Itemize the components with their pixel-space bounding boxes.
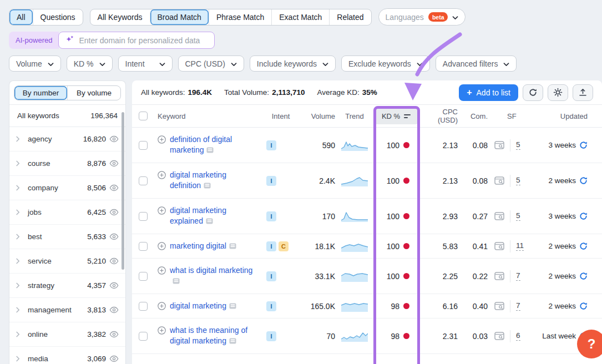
filter-cpc-usd[interactable]: CPC (USD)	[178, 55, 244, 72]
sidebar-scrollbar-thumb[interactable]	[122, 112, 124, 270]
tab-broad-match[interactable]: Broad Match	[150, 9, 209, 25]
sidebar-tab-by-number[interactable]: By number	[14, 86, 67, 100]
keyword-link[interactable]: marketing digital	[170, 241, 236, 252]
sf-count[interactable]: 7	[516, 271, 520, 281]
add-keyword-icon[interactable]	[158, 326, 166, 335]
sidebar-item-management[interactable]: management3,813	[9, 298, 125, 322]
serp-icon[interactable]	[229, 241, 236, 252]
sidebar-item-strategy[interactable]: strategy4,357	[9, 274, 125, 298]
row-checkbox[interactable]	[139, 272, 148, 281]
chevron-right-icon[interactable]	[16, 160, 24, 166]
add-keyword-icon[interactable]	[158, 171, 166, 179]
add-keyword-icon[interactable]	[158, 266, 166, 275]
keyword-link[interactable]: digital marketing explained	[170, 205, 255, 227]
eye-icon[interactable]	[109, 160, 119, 167]
keyword-link[interactable]: definition of digital marketing	[170, 134, 255, 156]
add-keyword-icon[interactable]	[158, 242, 166, 250]
row-checkbox[interactable]	[139, 176, 148, 185]
row-checkbox[interactable]	[139, 212, 148, 221]
refresh-icon[interactable]	[579, 272, 588, 280]
filter-include-keywords[interactable]: Include keywords	[250, 55, 336, 72]
sidebar-item-online[interactable]: online3,382	[9, 322, 125, 347]
filter-advanced-filters[interactable]: Advanced filters	[436, 55, 517, 72]
chevron-right-icon[interactable]	[16, 258, 24, 264]
sidebar-item-company[interactable]: company8,506	[9, 176, 125, 200]
tab-all-keywords[interactable]: All Keywords	[90, 9, 150, 25]
serp-preview-icon[interactable]	[494, 176, 504, 185]
filter-kd[interactable]: KD %	[67, 55, 113, 72]
eye-icon[interactable]	[109, 209, 119, 216]
row-checkbox[interactable]	[139, 242, 148, 251]
eye-icon[interactable]	[109, 233, 119, 240]
serp-preview-icon[interactable]	[494, 212, 504, 220]
tab-questions[interactable]: Questions	[33, 9, 83, 25]
sidebar-item-agency[interactable]: agency16,820	[9, 127, 125, 151]
sf-count[interactable]: 7	[516, 301, 520, 311]
eye-icon[interactable]	[109, 355, 119, 362]
serp-preview-icon[interactable]	[494, 272, 504, 280]
sf-count[interactable]: 5	[516, 211, 520, 221]
col-keyword[interactable]: Keyword	[152, 112, 263, 120]
row-checkbox[interactable]	[139, 141, 148, 150]
add-keyword-icon[interactable]	[158, 135, 166, 144]
col-volume[interactable]: Volume	[299, 112, 337, 120]
sidebar-item-course[interactable]: course8,876	[9, 151, 125, 176]
col-sf[interactable]: SF	[490, 112, 532, 120]
refresh-icon[interactable]	[579, 176, 588, 185]
chevron-right-icon[interactable]	[16, 356, 24, 362]
serp-icon[interactable]	[173, 276, 180, 287]
col-cpc[interactable]: CPC (USD)	[421, 108, 459, 124]
all-keywords-row[interactable]: All keywords 196,364	[9, 105, 125, 127]
sidebar-item-best[interactable]: best5,633	[9, 225, 125, 249]
keyword-link[interactable]: digital marketing definition	[170, 170, 255, 191]
help-button[interactable]: ?	[577, 330, 602, 358]
sf-count[interactable]: 6	[516, 331, 520, 341]
eye-icon[interactable]	[109, 282, 119, 289]
tab-exact-match[interactable]: Exact Match	[271, 9, 329, 25]
filter-intent[interactable]: Intent	[118, 55, 173, 72]
chevron-right-icon[interactable]	[16, 282, 24, 289]
serp-icon[interactable]	[229, 336, 236, 347]
refresh-icon[interactable]	[579, 242, 588, 250]
add-keyword-icon[interactable]	[158, 206, 166, 215]
sf-count[interactable]: 5	[516, 176, 520, 185]
serp-preview-icon[interactable]	[494, 141, 504, 149]
col-kd-sort[interactable]: KD %	[375, 108, 418, 124]
refresh-icon[interactable]	[579, 141, 588, 149]
serp-preview-icon[interactable]	[494, 302, 504, 310]
keyword-link[interactable]: digital marketing	[170, 301, 236, 312]
chevron-right-icon[interactable]	[16, 307, 24, 313]
sidebar-item-jobs[interactable]: jobs6,425	[9, 200, 125, 225]
chevron-right-icon[interactable]	[16, 136, 24, 142]
eye-icon[interactable]	[109, 306, 119, 314]
serp-preview-icon[interactable]	[494, 332, 504, 340]
keyword-link[interactable]: what is the meaning of digital marketing	[170, 325, 255, 347]
serp-icon[interactable]	[229, 301, 236, 312]
chevron-right-icon[interactable]	[16, 209, 24, 215]
domain-input[interactable]	[79, 36, 208, 45]
filter-exclude-keywords[interactable]: Exclude keywords	[341, 55, 430, 72]
refresh-button[interactable]	[523, 84, 543, 101]
chevron-right-icon[interactable]	[16, 185, 24, 191]
chevron-right-icon[interactable]	[16, 234, 24, 240]
add-keyword-icon[interactable]	[158, 302, 166, 310]
add-to-list-button[interactable]: + Add to list	[459, 84, 518, 101]
languages-dropdown[interactable]: Languages beta	[378, 8, 466, 26]
export-button[interactable]	[573, 84, 593, 101]
refresh-icon[interactable]	[579, 302, 588, 310]
col-updated[interactable]: Updated	[532, 112, 602, 120]
eye-icon[interactable]	[109, 184, 119, 191]
col-intent[interactable]: Intent	[263, 112, 299, 120]
serp-icon[interactable]	[206, 216, 213, 227]
eye-icon[interactable]	[109, 331, 119, 338]
sf-count[interactable]: 11	[516, 241, 524, 251]
refresh-icon[interactable]	[579, 212, 588, 220]
sidebar-item-service[interactable]: service5,210	[9, 249, 125, 274]
serp-icon[interactable]	[206, 145, 214, 156]
chevron-right-icon[interactable]	[16, 331, 24, 337]
row-checkbox[interactable]	[139, 332, 148, 341]
tab-related[interactable]: Related	[329, 9, 371, 25]
tab-phrase-match[interactable]: Phrase Match	[209, 9, 271, 25]
sf-count[interactable]: 5	[516, 140, 520, 150]
eye-icon[interactable]	[109, 135, 119, 143]
